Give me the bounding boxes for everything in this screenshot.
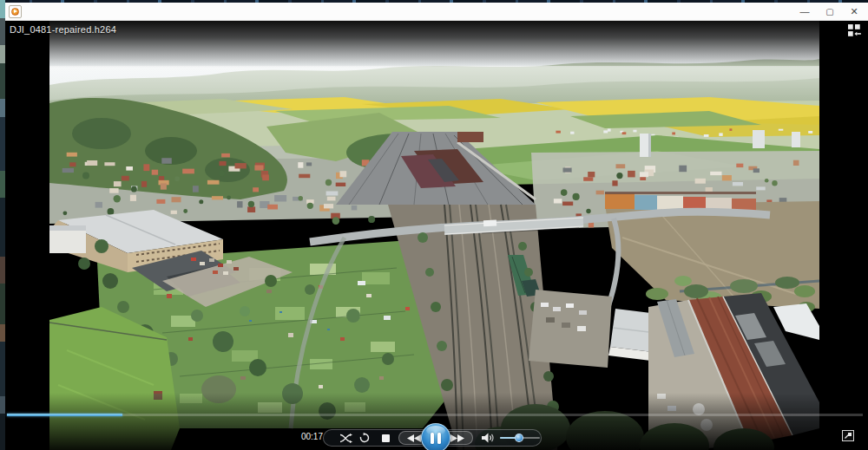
minimize-button[interactable]: — — [793, 3, 816, 20]
mute-button[interactable] — [482, 433, 495, 443]
maximize-button[interactable]: ▢ — [819, 3, 841, 20]
screen: — ▢ ✕ — [0, 0, 868, 450]
close-button[interactable]: ✕ — [843, 3, 865, 20]
pause-icon — [431, 433, 434, 444]
repeat-button[interactable] — [359, 433, 370, 443]
volume-slider[interactable] — [500, 433, 540, 443]
app-icon[interactable] — [9, 5, 22, 18]
video-area: DJI_0481-repaired.h264 00:17 — [5, 21, 868, 450]
window-titlebar[interactable]: — ▢ ✕ — [5, 3, 868, 21]
play-glyph-icon — [14, 10, 17, 13]
volume-handle[interactable] — [515, 434, 523, 442]
switch-to-library-icon — [848, 24, 861, 36]
seek-progress — [7, 414, 122, 416]
fullscreen-icon — [843, 431, 854, 441]
fast-forward-icon — [450, 434, 464, 442]
pause-button[interactable] — [421, 423, 450, 450]
filename-overlay: DJI_0481-repaired.h264 — [10, 24, 116, 35]
speaker-icon — [482, 434, 493, 443]
rewind-button[interactable] — [407, 434, 421, 442]
shuffle-button[interactable] — [340, 434, 352, 443]
repeat-icon — [360, 433, 368, 441]
switch-to-library-button[interactable] — [848, 24, 862, 37]
seek-bar[interactable] — [7, 414, 863, 416]
elapsed-time: 00:17 — [281, 432, 323, 441]
video-canvas[interactable] — [49, 21, 819, 450]
rewind-icon — [407, 434, 421, 442]
stop-button[interactable] — [382, 434, 390, 442]
shuffle-icon — [340, 434, 352, 443]
fast-forward-button[interactable] — [450, 434, 464, 442]
media-player-window: — ▢ ✕ — [5, 3, 868, 450]
fullscreen-button[interactable] — [842, 430, 854, 441]
